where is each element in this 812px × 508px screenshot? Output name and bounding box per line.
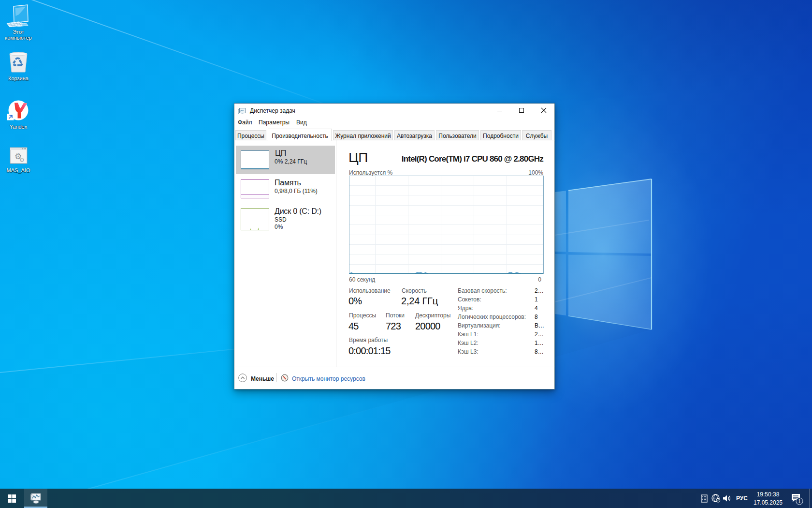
svg-text:⚙: ⚙ (19, 157, 25, 164)
svg-text:1: 1 (798, 498, 801, 504)
